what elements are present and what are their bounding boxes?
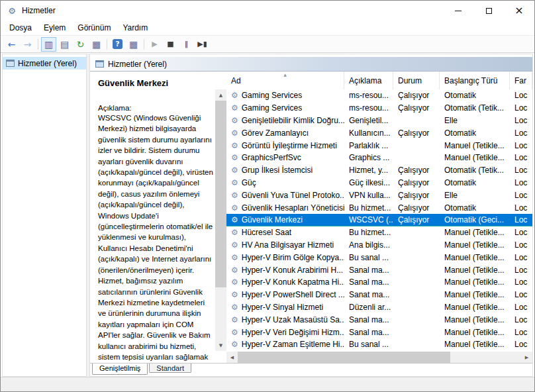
menu-item-dosya[interactable]: Dosya [3,21,38,34]
service-gear-icon: ⚙ [231,228,238,237]
service-row[interactable]: ⚙Hyper-V Konuk Arabirimi H...Sanal ma...… [226,264,532,276]
export-list-button[interactable]: ▤ [57,37,72,52]
minimize-button[interactable] [443,1,473,21]
hscrollbar-track[interactable] [238,352,521,363]
table-horizontal-scrollbar[interactable]: ◀ ▶ [226,352,532,363]
service-cell-logon: Loc [510,226,532,239]
service-row[interactable]: ⚙HV Ana Bilgisayar HizmetiAna bilgis...M… [226,239,532,252]
close-button[interactable]: × [504,1,534,21]
service-cell-desc: Sanal ma... [344,276,393,289]
service-name: Görev Zamanlayıcı [242,128,309,138]
service-cell-desc: Parlaklık ... [344,139,393,152]
service-cell-status [393,115,440,127]
start-service-button[interactable]: ▶ [147,37,162,52]
service-cell-startup: Otomatik [440,201,510,214]
service-gear-icon: ⚙ [231,277,238,287]
pane-header: Hizmetler (Yerel) [90,57,532,72]
hscrollbar-thumb[interactable] [238,352,450,363]
service-cell-status [393,313,440,326]
service-gear-icon: ⚙ [231,203,238,213]
start-service-icon: ▶ [152,40,157,48]
column-header-desc[interactable]: Açıklama [344,72,393,89]
service-row[interactable]: ⚙GraphicsPerfSvcGraphics ...Manuel (Teti… [226,152,532,164]
service-gear-icon: ⚙ [231,215,238,224]
service-gear-icon: ⚙ [231,328,238,337]
help-button[interactable]: ? [110,37,125,52]
restart-service-button[interactable]: ▶▮ [195,37,210,52]
service-row[interactable]: ⚙Gaming Servicesms-resou...ÇalışıyorOtom… [226,102,532,115]
service-row[interactable]: ⚙Hyper-V Uzak Masaüstü Sa...Sanal ma...M… [226,313,532,326]
refresh-button[interactable]: ↻ [73,37,88,52]
service-cell-desc: Bu hizmet... [344,226,393,239]
description-scrollbar[interactable]: ▲ ▼ [215,89,226,351]
tree-item-services-local[interactable]: Hizmetler (Yerel) [3,57,86,70]
tab-standart[interactable]: Standart [149,364,191,373]
service-row[interactable]: ⚙Hyper-V Sinyal HizmetiDüzenli ar...Manu… [226,301,532,314]
service-row[interactable]: ⚙Güvenlik Hesapları YöneticisiBu hizmet.… [226,201,532,214]
column-header-name[interactable]: ▲Ad [226,72,344,89]
service-cell-logon: Loc [510,251,532,264]
service-cell-status [393,338,440,351]
service-cell-desc: Bu hizmet... [344,201,393,214]
service-row[interactable]: ⚙Güvenli Yuva Tünel Protoko...VPN kulla.… [226,189,532,201]
service-row[interactable]: ⚙GüçGüç ilkesi...ÇalışıyorOtomatikLoc [226,177,532,189]
service-name: Gaming Services [242,91,302,100]
back-button[interactable]: ← [4,37,19,52]
service-gear-icon: ⚙ [231,191,238,200]
scroll-down-button[interactable]: ▼ [215,340,226,351]
menu-item-eylem[interactable]: Eylem [38,21,72,34]
menu-item-yardim[interactable]: Yardım [117,21,154,34]
service-name: Hyper-V Konuk Arabirimi H... [242,266,343,275]
service-name: Hyper-V Konuk Kapatma Hi... [242,277,344,287]
menu-item-gorunum[interactable]: Görünüm [72,21,117,34]
service-gear-icon: ⚙ [231,303,238,312]
service-row[interactable]: ⚙Hyper-V Veri Değişimi Hizm...Sanal ma..… [226,326,532,338]
scrollbar-track[interactable] [215,101,226,340]
scroll-left-button[interactable]: ◀ [226,352,238,363]
service-gear-icon: ⚙ [231,340,238,349]
service-cell-status: Çalışıyor [393,201,440,214]
tab-genisletilmis[interactable]: Genişletilmiş [92,364,148,375]
properties-button[interactable]: ▦ [89,37,104,52]
forward-button[interactable]: → [20,37,35,52]
service-row[interactable]: ⚙Hyper-V Birim Gölge Kopya...Bu sanal ..… [226,251,532,264]
column-header-startup[interactable]: Başlangıç Türü [440,72,510,89]
service-cell-logon: Loc [510,177,532,189]
show-hide-console-tree-button[interactable]: ▥ [41,37,56,52]
service-row[interactable]: ⚙Gaming Servicesms-resou...ÇalışıyorOtom… [226,89,532,102]
toolbar-separator [107,39,107,50]
service-row[interactable]: ⚙Hücresel SaatBu hizmet...Manuel (Tetikl… [226,226,532,239]
service-cell-status [393,276,440,289]
service-row[interactable]: ⚙Genişletilebilir Kimlik Doğru...Genişle… [226,115,532,127]
service-gear-icon: ⚙ [231,153,238,162]
service-row[interactable]: ⚙Hyper-V PowerShell Direct ...Sanat ma..… [226,289,532,301]
main-area: Hizmetler (Yerel) Hizmetler (Yerel) Güve… [2,54,533,377]
service-row[interactable]: ⚙Görüntü İyileştirme HizmetiParlaklık ..… [226,139,532,152]
forward-icon: → [24,40,32,49]
service-cell-logon: Loc [510,126,532,139]
service-cell-desc: Ana bilgis... [344,239,393,252]
stop-service-button[interactable]: ■ [163,37,178,52]
maximize-button[interactable] [473,1,504,21]
service-row[interactable]: ⚙Güvenlik MerkeziWSCSVC (...ÇalışıyorOto… [226,214,532,226]
view-tabs: GenişletilmişStandart [90,363,532,376]
scrollbar-thumb[interactable] [215,101,226,287]
service-row[interactable]: ⚙Görev ZamanlayıcıKullanıcın...Çalışıyor… [226,126,532,139]
properties-icon: ▦ [92,40,101,49]
scroll-right-button[interactable]: ▶ [521,352,532,363]
scroll-up-button[interactable]: ▲ [215,89,226,101]
column-header-logon[interactable]: Far [510,72,532,89]
service-cell-logon: Loc [510,89,532,102]
view-button[interactable]: ▦ [126,37,141,52]
service-row[interactable]: ⚙Hyper-V Zaman Eşitleme Hi...Bu sanal ..… [226,338,532,351]
app-gear-icon: ⚙ [7,6,17,16]
service-cell-startup: Elle [440,115,510,127]
service-gear-icon: ⚙ [231,103,238,113]
service-row[interactable]: ⚙Hyper-V Konuk Kapatma Hi...Sanal ma...M… [226,276,532,289]
pause-service-button[interactable]: ‖ [179,37,194,52]
service-cell-desc: Sanal ma... [344,264,393,276]
service-gear-icon: ⚙ [231,315,238,324]
column-header-status[interactable]: Durum [393,72,440,89]
service-row[interactable]: ⚙Grup İlkesi İstemcisiHizmet, y...Çalışı… [226,164,532,177]
service-cell-startup: Otomatik (Geci... [440,214,510,226]
